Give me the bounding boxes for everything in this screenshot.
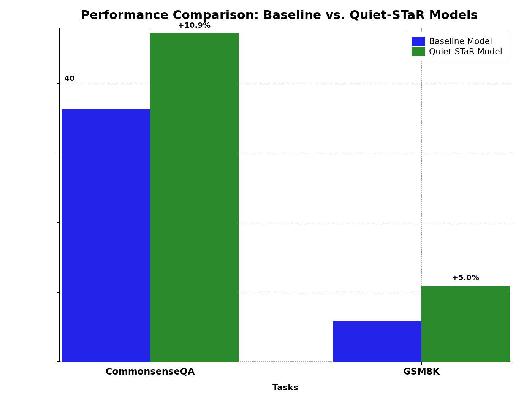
tick-mark [57,83,60,84]
tick-mark [57,292,60,293]
x-axis-label: Tasks [272,383,298,392]
plot-area: Performance (%) Tasks 0 10 20 30 40 Comm… [59,28,511,362]
chart-container: Performance Comparison: Baseline vs. Qui… [40,8,519,389]
legend: Baseline Model Quiet-STaR Model [406,32,508,61]
tick-mark [57,153,60,153]
legend-swatch [412,37,425,46]
gridline [60,83,511,83]
xtick-mark [150,362,150,365]
tick-mark [57,361,60,362]
legend-label: Baseline Model [429,36,492,46]
tick-mark [57,222,60,223]
xtick-mark [421,362,422,365]
legend-label: Quiet-STaR Model [429,47,502,56]
chart-title: Performance Comparison: Baseline vs. Qui… [40,8,519,22]
ytick-label: 40 [60,74,75,83]
annotation: +10.9% [178,20,211,30]
annotation: +5.0% [452,273,479,282]
bar-quietstar [150,33,239,362]
xtick-label: GSM8K [403,366,440,377]
bar-baseline [62,109,150,362]
legend-item: Baseline Model [412,36,502,46]
xtick-label: CommonsenseQA [106,366,195,377]
legend-item: Quiet-STaR Model [412,47,502,56]
bar-baseline [333,321,421,362]
legend-swatch [412,47,425,56]
bar-quietstar [421,286,510,362]
